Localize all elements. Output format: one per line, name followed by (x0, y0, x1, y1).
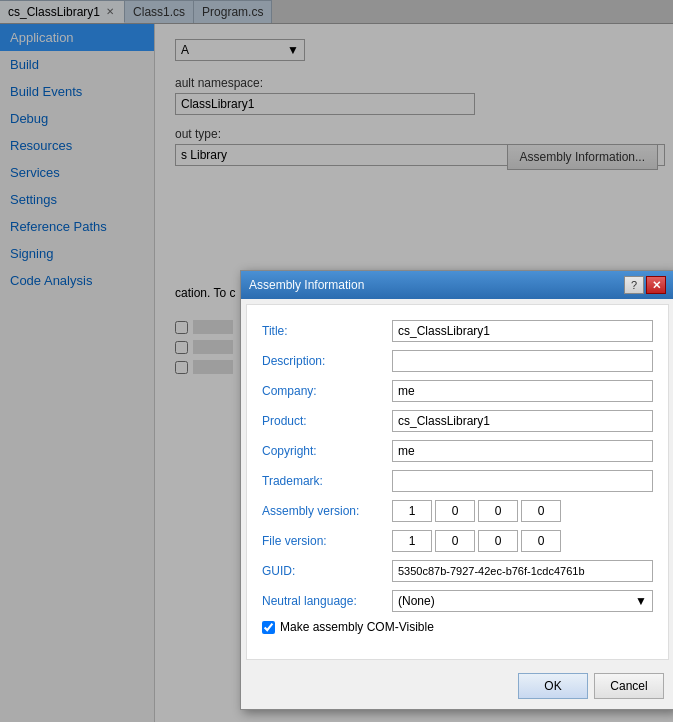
dialog-assembly-version-row: Assembly version: (262, 500, 653, 522)
dialog-footer: OK Cancel (241, 665, 673, 709)
dialog-copyright-row: Copyright: (262, 440, 653, 462)
dialog-body: Title: Description: Company: Product: Co… (246, 304, 669, 660)
dialog-product-row: Product: (262, 410, 653, 432)
dialog-company-label: Company: (262, 384, 392, 398)
dialog-trademark-label: Trademark: (262, 474, 392, 488)
dialog-help-button[interactable]: ? (624, 276, 644, 294)
dialog-file-version-row: File version: (262, 530, 653, 552)
dialog-description-input[interactable] (392, 350, 653, 372)
neutral-language-dropdown-icon: ▼ (635, 594, 647, 608)
dialog-guid-row: GUID: (262, 560, 653, 582)
dialog-guid-label: GUID: (262, 564, 392, 578)
dialog-controls: ? ✕ (624, 276, 666, 294)
dialog-neutral-language-row: Neutral language: (None) ▼ (262, 590, 653, 612)
assembly-version-revision[interactable] (521, 500, 561, 522)
com-visible-label: Make assembly COM-Visible (280, 620, 434, 634)
dialog-close-button[interactable]: ✕ (646, 276, 666, 294)
dialog-title: Assembly Information (249, 278, 364, 292)
file-version-minor[interactable] (435, 530, 475, 552)
assembly-version-build[interactable] (478, 500, 518, 522)
assembly-version-fields (392, 500, 653, 522)
dialog-ok-button[interactable]: OK (518, 673, 588, 699)
file-version-build[interactable] (478, 530, 518, 552)
dialog-company-input[interactable] (392, 380, 653, 402)
assembly-version-minor[interactable] (435, 500, 475, 522)
dialog-titlebar: Assembly Information ? ✕ (241, 271, 673, 299)
neutral-language-value: (None) (398, 594, 435, 608)
file-version-major[interactable] (392, 530, 432, 552)
com-visible-checkbox[interactable] (262, 621, 275, 634)
file-version-revision[interactable] (521, 530, 561, 552)
com-visible-row: Make assembly COM-Visible (262, 620, 653, 634)
dialog-neutral-language-label: Neutral language: (262, 594, 392, 608)
dialog-title-label: Title: (262, 324, 392, 338)
dialog-trademark-row: Trademark: (262, 470, 653, 492)
dialog-company-row: Company: (262, 380, 653, 402)
dialog-product-input[interactable] (392, 410, 653, 432)
dialog-cancel-button[interactable]: Cancel (594, 673, 664, 699)
file-version-fields (392, 530, 653, 552)
dialog-product-label: Product: (262, 414, 392, 428)
dialog-trademark-input[interactable] (392, 470, 653, 492)
dialog-title-input[interactable] (392, 320, 653, 342)
dialog-copyright-label: Copyright: (262, 444, 392, 458)
dialog-assembly-version-label: Assembly version: (262, 504, 392, 518)
assembly-version-major[interactable] (392, 500, 432, 522)
dialog-title-row: Title: (262, 320, 653, 342)
assembly-information-dialog: Assembly Information ? ✕ Title: Descript… (240, 270, 673, 710)
dialog-file-version-label: File version: (262, 534, 392, 548)
dialog-copyright-input[interactable] (392, 440, 653, 462)
dialog-description-label: Description: (262, 354, 392, 368)
dialog-guid-input[interactable] (392, 560, 653, 582)
dialog-neutral-language-select[interactable]: (None) ▼ (392, 590, 653, 612)
dialog-description-row: Description: (262, 350, 653, 372)
